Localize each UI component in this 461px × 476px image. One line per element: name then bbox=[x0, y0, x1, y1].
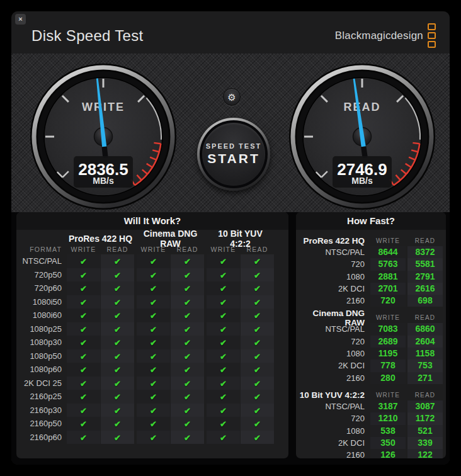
check-cell: ✔ bbox=[101, 377, 134, 390]
gear-icon: ⚙ bbox=[227, 92, 236, 103]
checkmark-icon: ✔ bbox=[184, 352, 191, 361]
will-group-header-row: ProRes 422 HQ Cinema DNG RAW 10 Bit YUV … bbox=[16, 233, 288, 244]
check-group: ✔✔ bbox=[137, 363, 204, 377]
table-row: 2K DCI27012616 bbox=[296, 283, 446, 295]
read-column-header: READ bbox=[101, 246, 134, 253]
read-speed-cell: 339 bbox=[407, 437, 443, 449]
checkmark-icon: ✔ bbox=[114, 365, 121, 375]
check-cell: ✔ bbox=[101, 404, 134, 417]
check-cell: ✔ bbox=[67, 336, 100, 349]
check-group: ✔✔ bbox=[207, 363, 274, 377]
read-speed-cell: 122 bbox=[407, 449, 443, 458]
check-cell: ✔ bbox=[171, 377, 204, 390]
close-button[interactable]: × bbox=[15, 14, 26, 25]
format-label: 720 bbox=[296, 336, 368, 348]
check-cell: ✔ bbox=[171, 295, 204, 309]
check-cell: ✔ bbox=[137, 417, 170, 431]
checkmark-icon: ✔ bbox=[220, 365, 227, 375]
table-row: 2160126122 bbox=[296, 449, 446, 458]
check-cell: ✔ bbox=[241, 309, 274, 322]
check-cell: ✔ bbox=[67, 349, 100, 363]
checkmark-icon: ✔ bbox=[114, 433, 121, 443]
check-group: ✔✔ bbox=[67, 309, 134, 322]
format-label: 1080 bbox=[296, 425, 368, 437]
format-label: 1080p30 bbox=[16, 336, 67, 349]
checkmark-icon: ✔ bbox=[184, 392, 191, 402]
checkmark-icon: ✔ bbox=[220, 298, 227, 307]
table-row: 72012101172 bbox=[296, 412, 446, 424]
check-cell: ✔ bbox=[67, 390, 100, 404]
how-fast-group-header: Cinema DNG RAWWRITEREAD bbox=[296, 312, 446, 323]
checkmark-icon: ✔ bbox=[220, 311, 227, 320]
table-row: NTSC/PAL✔✔✔✔✔✔ bbox=[16, 254, 288, 268]
read-column-header: READ bbox=[241, 246, 274, 253]
checkmark-icon: ✔ bbox=[184, 338, 191, 348]
checkmark-icon: ✔ bbox=[220, 392, 227, 402]
checkmark-icon: ✔ bbox=[150, 419, 157, 429]
format-label: 1080p60 bbox=[16, 363, 67, 377]
check-cell: ✔ bbox=[101, 281, 134, 295]
check-group: ✔✔ bbox=[137, 281, 204, 295]
check-group: ✔✔ bbox=[137, 349, 204, 363]
brand-logo: Blackmagicdesign bbox=[335, 23, 436, 48]
check-group: ✔✔ bbox=[67, 295, 134, 309]
start-button-label: START bbox=[207, 151, 259, 166]
check-cell: ✔ bbox=[207, 363, 240, 377]
table-row: NTSC/PAL86448372 bbox=[296, 246, 446, 258]
check-group: ✔✔ bbox=[67, 404, 134, 417]
format-label: 1080 bbox=[296, 348, 368, 360]
speed-column-header: WRITE bbox=[370, 237, 406, 244]
format-label: 2K DCI bbox=[296, 360, 368, 371]
check-cell: ✔ bbox=[67, 417, 100, 431]
check-cell: ✔ bbox=[137, 404, 170, 417]
check-group: ✔✔ bbox=[137, 390, 204, 404]
check-cell: ✔ bbox=[207, 309, 240, 322]
check-cell: ✔ bbox=[241, 281, 274, 295]
checkmark-icon: ✔ bbox=[80, 406, 87, 416]
will-sub-header-row: FORMAT WRITE READ WRITE READ WRITE READ bbox=[16, 244, 288, 254]
check-cell: ✔ bbox=[67, 322, 100, 336]
check-group: ✔✔ bbox=[207, 254, 274, 268]
check-cell: ✔ bbox=[241, 377, 274, 390]
check-cell: ✔ bbox=[137, 281, 170, 295]
check-cell: ✔ bbox=[207, 390, 240, 404]
check-cell: ✔ bbox=[207, 322, 240, 336]
check-cell: ✔ bbox=[171, 322, 204, 336]
start-button[interactable]: SPEED TEST START bbox=[197, 118, 270, 191]
checkmark-icon: ✔ bbox=[220, 325, 227, 334]
codec-group-label: 10 Bit YUV 4:2:2 bbox=[296, 390, 368, 400]
check-group: ✔✔ bbox=[207, 431, 274, 445]
format-label: 1080i50 bbox=[16, 295, 67, 309]
format-label: 2160p60 bbox=[16, 431, 67, 445]
brand-name: Blackmagicdesign bbox=[335, 30, 423, 42]
table-row: NTSC/PAL31873087 bbox=[296, 400, 446, 412]
check-cell: ✔ bbox=[137, 336, 170, 349]
checkmark-icon: ✔ bbox=[80, 325, 87, 334]
start-button-caption: SPEED TEST bbox=[206, 142, 261, 150]
check-cell: ✔ bbox=[241, 349, 274, 363]
check-cell: ✔ bbox=[241, 390, 274, 404]
checkmark-icon: ✔ bbox=[150, 311, 157, 320]
check-cell: ✔ bbox=[207, 268, 240, 282]
codec-group-label: ProRes 422 HQ bbox=[296, 236, 368, 246]
check-cell: ✔ bbox=[241, 363, 274, 377]
checkmark-icon: ✔ bbox=[80, 271, 87, 280]
checkmark-icon: ✔ bbox=[114, 284, 121, 293]
format-label: NTSC/PAL bbox=[296, 246, 368, 258]
read-speed-cell: 521 bbox=[407, 425, 443, 437]
settings-button[interactable]: ⚙ bbox=[223, 88, 241, 106]
check-cell: ✔ bbox=[137, 349, 170, 363]
checkmark-icon: ✔ bbox=[220, 379, 227, 388]
write-column-header: WRITE bbox=[207, 246, 240, 253]
write-speed-cell: 3187 bbox=[370, 400, 406, 412]
checkmark-icon: ✔ bbox=[114, 338, 121, 348]
check-group: ✔✔ bbox=[207, 281, 274, 295]
check-group: ✔✔ bbox=[137, 377, 204, 390]
check-group: ✔✔ bbox=[207, 268, 274, 282]
check-cell: ✔ bbox=[101, 417, 134, 431]
speed-column-header: WRITE bbox=[370, 314, 406, 321]
page-title: Disk Speed Test bbox=[31, 27, 143, 45]
write-speed-cell: 126 bbox=[370, 449, 406, 458]
how-fast-group-header: ProRes 422 HQWRITEREAD bbox=[296, 235, 446, 246]
check-cell: ✔ bbox=[171, 404, 204, 417]
